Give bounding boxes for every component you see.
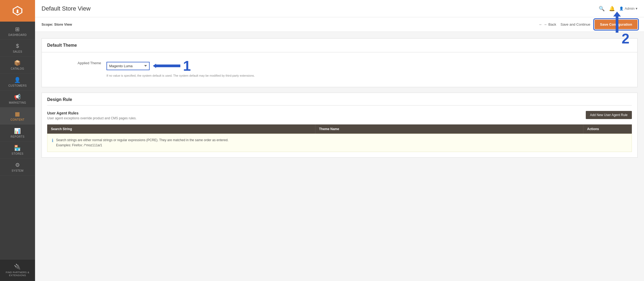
save-and-continue-button[interactable]: Save and Continue	[560, 22, 590, 26]
sidebar-item-marketing[interactable]: 📢 Marketing	[0, 90, 35, 107]
sidebar-item-label: System	[12, 169, 23, 172]
annotation-2-arrow	[613, 12, 621, 33]
applied-theme-row: Applied Theme Magento Luma Magento Blank	[47, 59, 632, 77]
scope-info: Scope: Store View	[42, 22, 535, 26]
extensions-icon: 🔌	[14, 263, 21, 270]
arrow-left-head-icon	[153, 64, 156, 68]
applied-theme-label: Applied Theme	[47, 59, 106, 65]
sidebar: ⊞ Dashboard $ Sales 📦 Catalog 👤 Customer…	[0, 0, 35, 281]
sidebar-extensions: 🔌 Find Partners & Extensions	[0, 260, 35, 281]
annotation-1-number: 1	[183, 59, 191, 73]
info-box: ℹ Search strings are either normal strin…	[47, 134, 632, 152]
arrow-head	[613, 12, 621, 16]
content-icon: ▦	[15, 111, 20, 117]
chevron-down-icon: ▾	[636, 6, 638, 11]
app-container: ⊞ Dashboard $ Sales 📦 Catalog 👤 Customer…	[0, 0, 644, 281]
sidebar-item-label: Content	[11, 118, 25, 121]
search-icon[interactable]: 🔍	[599, 6, 605, 12]
top-nav: Default Store View 🔍 🔔 👤 Admin ▾	[35, 0, 644, 17]
page-body: Default Theme Applied Theme Magento Luma…	[35, 32, 644, 281]
customers-icon: 👤	[14, 77, 21, 83]
sidebar-item-label: Dashboard	[8, 33, 27, 37]
logo[interactable]	[0, 0, 35, 22]
design-rule-header: Design Rule	[42, 93, 637, 106]
annotation-1-group: 1	[153, 59, 191, 73]
arrow-shaft-icon	[156, 65, 180, 67]
applied-theme-control: Magento Luma Magento Blank 1	[106, 59, 632, 77]
sidebar-item-stores[interactable]: 🏪 Stores	[0, 141, 35, 158]
sidebar-item-catalog[interactable]: 📦 Catalog	[0, 56, 35, 73]
dashboard-icon: ⊞	[15, 26, 20, 32]
design-rule-title: Design Rule	[47, 97, 632, 102]
main-content: Default Store View 🔍 🔔 👤 Admin ▾ Scope: …	[35, 0, 644, 281]
sidebar-item-extensions[interactable]: 🔌 Find Partners & Extensions	[0, 260, 35, 281]
user-agent-rules-title: User Agent Rules	[47, 111, 137, 115]
user-icon: 👤	[619, 6, 624, 11]
applied-theme-select[interactable]: Magento Luma Magento Blank	[106, 62, 150, 70]
col-actions: Actions	[583, 124, 632, 134]
sidebar-item-label: Stores	[12, 152, 23, 155]
theme-hint: If no value is specified, the system def…	[106, 74, 632, 77]
sidebar-item-sales[interactable]: $ Sales	[0, 40, 35, 56]
col-search-string: Search String	[47, 124, 315, 134]
sidebar-extensions-label: Find Partners & Extensions	[2, 271, 33, 277]
user-agent-rules-desc: User agent exceptions override product a…	[47, 116, 137, 120]
magento-logo-icon	[12, 5, 23, 17]
reports-icon: 📊	[14, 128, 21, 134]
annotation-2-number: 2	[622, 31, 629, 47]
arrow-1	[153, 64, 180, 68]
sidebar-item-label: Sales	[13, 50, 22, 53]
sidebar-item-label: Customers	[8, 84, 27, 87]
sidebar-item-customers[interactable]: 👤 Customers	[0, 73, 35, 90]
default-theme-title: Default Theme	[47, 43, 632, 48]
sales-icon: $	[16, 43, 19, 49]
sidebar-item-dashboard[interactable]: ⊞ Dashboard	[0, 23, 35, 40]
action-bar-right: 2 ← ← Back Save and Continue Save Config…	[539, 20, 638, 29]
sidebar-item-label: Marketing	[9, 101, 26, 104]
action-bar: Scope: Store View 2 ← ← Back Save and Co…	[35, 17, 644, 32]
arrow-shaft	[616, 16, 618, 33]
rules-table-header: Search String Theme Name Actions	[47, 124, 632, 134]
design-rule-section: Design Rule User Agent Rules User agent …	[42, 93, 638, 158]
theme-select-wrap: Magento Luma Magento Blank 1	[106, 59, 632, 73]
sidebar-item-label: Catalog	[11, 67, 24, 70]
default-theme-header: Default Theme	[42, 39, 637, 52]
add-user-agent-rule-button[interactable]: Add New User Agent Rule	[586, 111, 632, 119]
page-title: Default Store View	[42, 5, 599, 12]
marketing-icon: 📢	[14, 94, 21, 100]
sidebar-item-system[interactable]: ⚙ System	[0, 158, 35, 175]
sidebar-item-content[interactable]: ▦ Content	[0, 107, 35, 124]
user-menu[interactable]: 👤 Admin ▾	[619, 6, 638, 11]
stores-icon: 🏪	[14, 145, 21, 151]
scope-value: Store View	[54, 22, 72, 26]
notifications-icon[interactable]: 🔔	[609, 6, 615, 12]
user-agent-info: User Agent Rules User agent exceptions o…	[47, 111, 137, 120]
back-button[interactable]: ← ← Back	[539, 22, 556, 26]
catalog-icon: 📦	[14, 60, 21, 66]
info-text-content: Search strings are either normal strings…	[56, 138, 228, 148]
default-theme-body: Applied Theme Magento Luma Magento Blank	[42, 52, 637, 87]
system-icon: ⚙	[15, 162, 20, 168]
info-main-text: Search strings are either normal strings…	[56, 138, 228, 143]
scope-label: Scope:	[42, 22, 53, 26]
user-agent-header: User Agent Rules User agent exceptions o…	[47, 111, 632, 120]
user-agent-section: User Agent Rules User agent exceptions o…	[42, 106, 637, 157]
user-label: Admin	[625, 6, 635, 11]
default-theme-section: Default Theme Applied Theme Magento Luma…	[42, 38, 638, 87]
col-theme-name: Theme Name	[315, 124, 584, 134]
top-nav-actions: 🔍 🔔 👤 Admin ▾	[599, 6, 638, 12]
sidebar-item-label: Reports	[11, 135, 25, 138]
sidebar-item-reports[interactable]: 📊 Reports	[0, 124, 35, 141]
info-examples: Examples: Firefox: /^moz111a/1	[56, 143, 228, 148]
info-icon: ℹ	[52, 138, 53, 143]
back-arrow-icon: ←	[539, 22, 542, 26]
